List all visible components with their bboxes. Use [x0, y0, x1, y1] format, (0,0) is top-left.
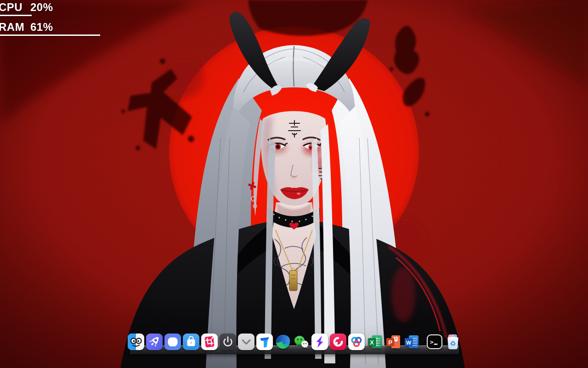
desktop: CPU 20% RAM 61%: [0, 0, 588, 368]
dock-item-pink-swirl[interactable]: [329, 333, 347, 351]
recycle-bin-icon: ♻: [444, 333, 462, 351]
wallpaper-art: [0, 0, 588, 368]
utools-icon: [127, 333, 145, 351]
dock-item-wechat[interactable]: [293, 333, 310, 351]
cpu-row: CPU 20%: [0, 1, 165, 16]
interlocked-rings-icon: [348, 333, 365, 351]
dock-item-trash[interactable]: ♻: [444, 333, 462, 351]
dock-item-todesk[interactable]: [256, 333, 273, 351]
ram-value: 61%: [30, 21, 53, 34]
dock-item-power[interactable]: [219, 333, 237, 351]
dock-item-utools[interactable]: [127, 333, 145, 351]
rocket-icon: [146, 333, 163, 351]
cpu-label: CPU: [0, 1, 30, 14]
dock-item-ishot[interactable]: [201, 333, 218, 351]
chevron-down-icon: [237, 333, 255, 351]
dock-item-excel[interactable]: X: [366, 333, 384, 351]
dock-item-app-store[interactable]: [182, 333, 200, 351]
svg-text:X: X: [370, 339, 374, 346]
dock-item-terminal[interactable]: >: [426, 333, 443, 351]
svg-text:W: W: [406, 340, 411, 345]
swirl-icon: [329, 333, 347, 351]
powerpoint-icon: P: [384, 333, 402, 351]
todesk-icon: [256, 333, 273, 351]
power-icon: [219, 333, 237, 351]
dock-item-word[interactable]: W: [403, 333, 420, 351]
terminal-icon: >: [426, 333, 443, 351]
cpu-value: 20%: [30, 1, 53, 14]
system-monitor: CPU 20% RAM 61%: [0, 1, 165, 40]
dock: X P: [130, 332, 459, 354]
edge-icon: [274, 333, 292, 351]
dock-item-blue-box-app[interactable]: [164, 333, 181, 351]
dock-items: X P: [130, 333, 459, 351]
svg-text:♻: ♻: [450, 339, 456, 348]
word-icon: W: [403, 333, 420, 351]
wechat-icon: [293, 333, 310, 351]
svg-text:P: P: [388, 339, 392, 346]
dock-item-powerpoint[interactable]: P: [384, 333, 402, 351]
dock-item-hide-panel[interactable]: [237, 333, 255, 351]
dock-item-baidu-netdisk[interactable]: [348, 333, 365, 351]
excel-icon: X: [366, 333, 384, 351]
svg-text:>: >: [430, 339, 434, 345]
ram-row: RAM 61%: [0, 21, 165, 36]
blue-box-icon: [164, 333, 181, 351]
ram-label: RAM: [0, 21, 30, 34]
lightning-arrows-icon: [311, 333, 328, 351]
dock-item-rocket-launcher[interactable]: [146, 333, 163, 351]
dock-item-edge[interactable]: [274, 333, 292, 351]
crop-icon: [201, 333, 218, 351]
app-store-bag-icon: [182, 333, 200, 351]
cpu-usage-bar: [0, 15, 32, 16]
ram-usage-bar: [0, 34, 100, 36]
dock-item-purple-bolt[interactable]: [311, 333, 328, 351]
